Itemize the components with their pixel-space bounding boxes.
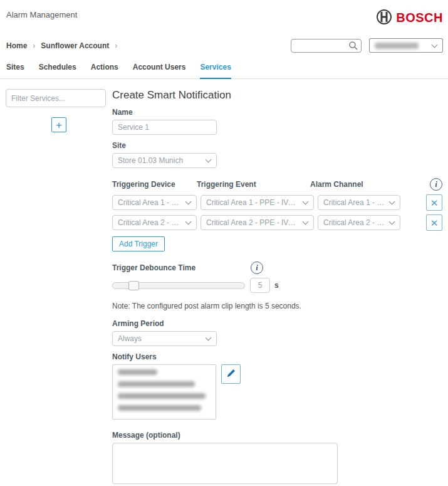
- triggering-device-label: Triggering Device: [112, 180, 197, 189]
- bosch-logo: BOSCH: [376, 9, 443, 27]
- tab-schedules[interactable]: Schedules: [39, 63, 76, 78]
- redacted-user-entry: [118, 369, 157, 375]
- tab-bar: Sites Schedules Actions Account Users Se…: [0, 53, 448, 79]
- filter-services-input[interactable]: [6, 89, 106, 107]
- add-service-button[interactable]: +: [51, 117, 66, 132]
- triggering-device-value: Critical Area 2 - PPE: [118, 218, 182, 227]
- debounce-value-field[interactable]: [250, 278, 270, 293]
- arming-period-label: Arming Period: [112, 319, 442, 328]
- message-field[interactable]: [112, 443, 338, 484]
- breadcrumb-home[interactable]: Home: [6, 41, 27, 50]
- page-title: Create Smart Notification: [112, 89, 442, 102]
- triggering-device-value: Critical Area 1 - PPE: [118, 198, 182, 207]
- edit-users-button[interactable]: [221, 364, 241, 384]
- site-select[interactable]: Store 01.03 Munich: [112, 153, 217, 168]
- trigger-row: Critical Area 2 - PPE Critical Area 2 - …: [112, 214, 442, 231]
- name-field[interactable]: [112, 120, 217, 135]
- alarm-management-page: Alarm Management BOSCH Home › Sunflower …: [0, 0, 448, 486]
- breadcrumb-account[interactable]: Sunflower Account: [41, 41, 109, 50]
- chevron-down-icon: [206, 335, 212, 341]
- notify-users-list: [112, 364, 216, 420]
- chevron-down-icon: [206, 157, 212, 163]
- chevron-down-icon: [389, 199, 395, 205]
- chevron-down-icon: [185, 199, 192, 205]
- alarm-channel-select[interactable]: Critical Area 1 - PPE: [318, 195, 400, 210]
- debounce-unit: s: [274, 281, 279, 290]
- tab-sites[interactable]: Sites: [6, 63, 24, 78]
- chevron-down-icon: [432, 41, 438, 48]
- alarm-channel-select[interactable]: Critical Area 2 - PPE: [318, 215, 400, 230]
- triggering-event-label: Triggering Event: [197, 180, 310, 189]
- debounce-controls: s: [112, 278, 442, 293]
- bosch-wordmark: BOSCH: [396, 11, 443, 25]
- triggering-event-value: Critical Area 2 - PPE - IVA Event 1: [206, 218, 300, 227]
- add-trigger-button[interactable]: Add Trigger: [112, 236, 165, 251]
- header: Alarm Management BOSCH: [0, 0, 448, 27]
- breadcrumb-separator: ›: [33, 41, 35, 50]
- redacted-account-name: [375, 43, 419, 49]
- content: + Create Smart Notification Name Site St…: [0, 79, 448, 486]
- trigger-columns: Triggering Device Triggering Event Alarm…: [112, 178, 442, 191]
- alarm-channel-value: Critical Area 2 - PPE: [323, 218, 386, 227]
- triggering-event-value: Critical Area 1 - PPE - IVA Event 1: [206, 198, 300, 207]
- remove-trigger-button[interactable]: ✕: [426, 214, 442, 231]
- arming-period-select[interactable]: Always: [112, 331, 217, 346]
- debounce-slider[interactable]: [112, 282, 245, 289]
- create-notification-form: Create Smart Notification Name Site Stor…: [112, 89, 442, 486]
- chevron-down-icon: [303, 219, 309, 225]
- debounce-info-icon[interactable]: i: [251, 261, 263, 274]
- debounce-label: Trigger Debounce Time: [112, 263, 195, 272]
- breadcrumb-separator: ›: [115, 41, 117, 50]
- site-label: Site: [112, 141, 442, 150]
- triggering-device-select[interactable]: Critical Area 1 - PPE: [112, 195, 197, 210]
- clip-length-note: Note: The configured post alarm clip len…: [112, 302, 442, 310]
- remove-trigger-button[interactable]: ✕: [426, 194, 442, 211]
- account-dropdown[interactable]: [369, 38, 443, 53]
- triggering-device-select[interactable]: Critical Area 2 - PPE: [112, 215, 197, 230]
- debounce-header: Trigger Debounce Time i: [112, 261, 442, 274]
- toolbar: Home › Sunflower Account ›: [0, 27, 448, 53]
- services-sidebar: +: [0, 89, 112, 486]
- slider-handle[interactable]: [128, 281, 139, 290]
- alarm-channel-value: Critical Area 1 - PPE: [323, 198, 386, 207]
- breadcrumb: Home › Sunflower Account ›: [6, 41, 117, 50]
- search-box: [291, 39, 362, 53]
- close-icon: ✕: [430, 218, 439, 228]
- redacted-user-entry: [118, 405, 201, 411]
- name-label: Name: [112, 108, 442, 117]
- redacted-user-entry: [118, 381, 195, 387]
- redacted-user-entry: [118, 393, 206, 399]
- trigger-info-icon[interactable]: i: [430, 178, 442, 191]
- plus-icon: +: [56, 119, 62, 131]
- bosch-symbol-icon: [376, 9, 392, 27]
- message-label: Message (optional): [112, 431, 442, 440]
- arming-period-value: Always: [118, 334, 142, 343]
- tab-actions[interactable]: Actions: [91, 63, 118, 78]
- search-icon[interactable]: [348, 41, 358, 53]
- alarm-channel-label: Alarm Channel: [310, 180, 393, 189]
- site-select-value: Store 01.03 Munich: [118, 156, 183, 165]
- close-icon: ✕: [430, 198, 439, 208]
- app-title: Alarm Management: [6, 9, 77, 19]
- pencil-icon: [226, 367, 237, 381]
- chevron-down-icon: [389, 219, 395, 225]
- chevron-down-icon: [185, 219, 192, 225]
- toolbar-right: [291, 38, 443, 53]
- triggering-event-select[interactable]: Critical Area 1 - PPE - IVA Event 1: [201, 195, 314, 210]
- tab-account-users[interactable]: Account Users: [133, 63, 186, 78]
- notify-users-label: Notify Users: [112, 352, 442, 361]
- trigger-row: Critical Area 1 - PPE Critical Area 1 - …: [112, 194, 442, 211]
- tab-services[interactable]: Services: [200, 63, 231, 79]
- notify-users-section: [112, 364, 442, 420]
- triggering-event-select[interactable]: Critical Area 2 - PPE - IVA Event 1: [201, 215, 314, 230]
- chevron-down-icon: [303, 199, 309, 205]
